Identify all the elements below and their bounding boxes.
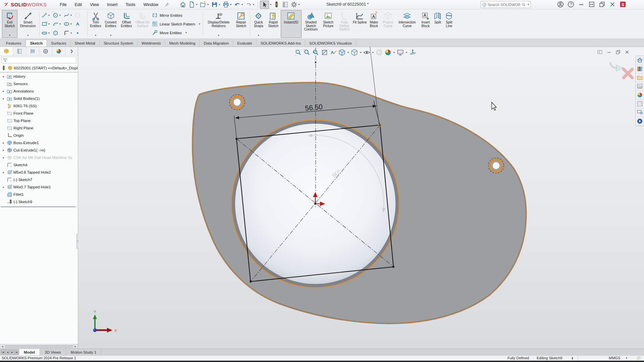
line-tool-button[interactable]: ▾	[41, 12, 52, 18]
tree-item-sketch4[interactable]: ▸Sketch4	[0, 161, 78, 169]
menu-insert[interactable]: Insert	[103, 1, 121, 8]
linear-sketch-pattern-button[interactable]: Linear Sketch Pattern▾	[152, 20, 201, 28]
circle-tool-button[interactable]: ▾	[52, 12, 63, 18]
view-palette-tab[interactable]	[636, 82, 644, 91]
document-minimize-icon[interactable]	[606, 49, 612, 55]
move-entities-button[interactable]: Move Entities▾	[152, 29, 201, 37]
section-view-icon[interactable]	[321, 49, 328, 56]
dropdown-caret[interactable]: ▾	[8, 34, 11, 38]
tree-item-sketch7[interactable]: ▸(-) Sketch7	[0, 176, 78, 183]
polygon-tool-button[interactable]	[52, 30, 63, 36]
dropdown-caret[interactable]: ▾	[59, 22, 61, 25]
restore-icon[interactable]	[588, 1, 595, 8]
text-tool-button[interactable]: A	[74, 21, 86, 27]
dropdown-caret[interactable]: ▾	[109, 34, 112, 38]
intersection-curve-button[interactable]: Intersection Curve	[395, 10, 419, 38]
tree-item-top-plane[interactable]: ▸Top Plane	[0, 117, 78, 124]
tab-weldments[interactable]: Weldments	[138, 40, 165, 47]
dropdown-caret[interactable]: ▾	[185, 31, 187, 34]
tab-sheet-metal[interactable]: Sheet Metal	[71, 40, 100, 47]
3d-views-tab[interactable]: 3D Views	[40, 349, 66, 355]
dropdown-caret[interactable]: ▾	[372, 51, 374, 54]
previous-view-icon[interactable]	[312, 49, 320, 56]
design-library-tab[interactable]	[636, 65, 644, 73]
repair-sketch-button[interactable]: Repair Sketch	[233, 10, 249, 38]
arc-tool-button[interactable]: ▾	[52, 21, 63, 27]
rebuild-button[interactable]	[272, 1, 281, 9]
tree-horizontal-scrollbar[interactable]: ◀ ▶	[0, 344, 78, 349]
annotation-views-icon[interactable]: A	[329, 49, 337, 56]
dropdown-caret[interactable]: ▾	[257, 34, 260, 38]
dropdown-caret[interactable]: ▾	[195, 3, 198, 6]
print-button[interactable]: ▾	[222, 1, 233, 9]
dropdown-caret[interactable]: ▾	[298, 3, 300, 6]
undo-button[interactable]: ▾	[233, 1, 244, 9]
tree-item-boss-extrude1[interactable]: ▸Boss-Extrude1	[0, 139, 78, 146]
dropdown-caret[interactable]: ▾	[527, 3, 530, 6]
displaymanager-tab[interactable]	[52, 47, 65, 55]
save-button[interactable]: ▾	[210, 1, 221, 9]
expand-arrow[interactable]: ▸	[1, 171, 6, 174]
hide-show-items-icon[interactable]	[363, 49, 371, 56]
search-icon[interactable]	[521, 2, 526, 7]
sketch-fillet-button[interactable]: ▾	[63, 30, 74, 36]
display-delete-relations-button[interactable]: Display/Delete Relations ▾	[204, 10, 233, 38]
view-orientation-icon[interactable]	[338, 49, 346, 56]
dropdown-caret[interactable]: ▾	[218, 3, 221, 6]
home-button[interactable]	[179, 1, 187, 9]
expand-arrow[interactable]: ▸	[1, 89, 6, 93]
options-button[interactable]: ▾	[290, 1, 301, 9]
ellipse-tool-button[interactable]: ▾	[63, 21, 74, 27]
units-selector[interactable]: MMGS	[609, 356, 620, 360]
file-properties-button[interactable]	[281, 1, 289, 9]
search-input[interactable]	[488, 3, 520, 7]
tree-item-origin[interactable]: ▸Origin	[0, 132, 78, 139]
tree-item-history[interactable]: ▸History	[0, 73, 78, 80]
help-icon[interactable]: ?	[567, 1, 575, 8]
dropdown-caret[interactable]: ▾	[59, 14, 61, 17]
dropdown-caret[interactable]: ▾	[252, 3, 255, 6]
prev-tab-button[interactable]: ◀	[5, 350, 10, 355]
convert-entities-button[interactable]: Convert Entities ▾	[103, 10, 119, 38]
document-restore-icon[interactable]	[615, 49, 621, 55]
solidworks-forum-tab[interactable]	[636, 117, 644, 126]
tree-item-material[interactable]: ▸6061-T6 (SS)	[0, 102, 78, 110]
dropdown-caret[interactable]: ▾	[26, 34, 29, 38]
expand-arrow[interactable]: ▸	[1, 148, 6, 152]
dropdown-caret[interactable]: ▾	[359, 51, 362, 54]
dropdown-caret[interactable]: ▾	[70, 32, 72, 35]
appearances-scenes-tab[interactable]	[636, 91, 644, 100]
tag-icon[interactable]	[636, 356, 641, 361]
expand-arrow[interactable]: ▸	[1, 97, 6, 100]
tree-item-annotations[interactable]: ▸Annotations	[0, 87, 78, 95]
mirror-entities-button[interactable]: Mirror Entities	[152, 11, 201, 19]
units-caret[interactable]: ▴	[626, 356, 627, 359]
split-pane-horizontal-icon[interactable]	[597, 49, 603, 55]
dimxpertmanager-tab[interactable]	[39, 47, 52, 55]
make-block-button[interactable]: A* Make Block	[367, 10, 381, 38]
model-tab[interactable]: Model	[19, 349, 40, 355]
split-line-button[interactable]: Split Line	[443, 10, 455, 38]
tree-item-csk-hole[interactable]: ▸CSK for M6 Flat Head Machine Sc	[0, 154, 78, 161]
tab-features[interactable]: Features	[2, 40, 25, 47]
tab-solidworks-add-ins[interactable]: SOLIDWORKS Add-Ins	[257, 40, 305, 47]
tree-item-solid-bodies[interactable]: ▸Solid Bodies(1)	[0, 95, 78, 102]
tab-surfaces[interactable]: Surfaces	[47, 40, 70, 47]
smart-dimension-button[interactable]: Smart Dimension ▾	[17, 10, 38, 38]
dropdown-caret[interactable]: ▾	[94, 34, 97, 38]
dropdown-caret[interactable]: ▾	[217, 34, 220, 38]
rapid-sketch-button[interactable]: Rapid Sketch	[266, 10, 281, 38]
fit-spline-button[interactable]: Fit Spline	[353, 10, 367, 38]
slot-tool-button[interactable]: ▾	[41, 30, 52, 36]
select-tool-button[interactable]	[260, 1, 269, 9]
dropdown-caret[interactable]: ▾	[347, 51, 350, 54]
dropdown-caret[interactable]: ▾	[405, 51, 408, 54]
expand-arrow[interactable]: ▸	[1, 141, 6, 144]
tree-item-right-plane[interactable]: ▸Right Plane	[0, 124, 78, 132]
square-vertex[interactable]	[393, 266, 394, 268]
tab-evaluate[interactable]: Evaluate	[233, 40, 257, 47]
solidworks-s-badge-icon[interactable]: S	[619, 1, 627, 8]
minimize-icon[interactable]	[578, 1, 585, 8]
tab-mesh-modeling[interactable]: Mesh Modeling	[165, 40, 200, 47]
scroll-left-arrow[interactable]: ◀	[0, 344, 5, 349]
